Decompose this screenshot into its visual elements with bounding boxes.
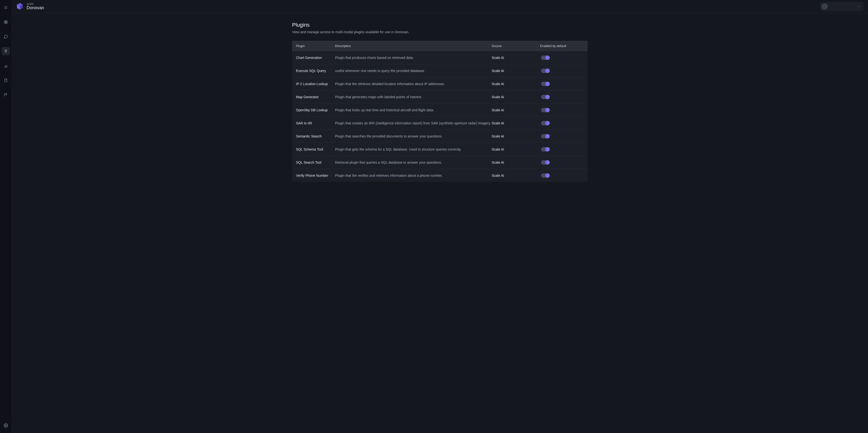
table-row: IP 2 Location LookupPlugin that the retr… — [292, 77, 588, 90]
menu-toggle-button[interactable] — [2, 3, 10, 12]
toggle-knob-icon — [546, 121, 550, 125]
plugin-description: Plugin that generates maps with labeled … — [335, 95, 492, 99]
chat-icon — [4, 34, 8, 39]
plugin-enabled-cell — [540, 134, 584, 139]
enabled-toggle[interactable] — [541, 68, 550, 73]
document-icon — [4, 78, 8, 82]
chevron-down-icon — [857, 5, 860, 8]
enabled-toggle[interactable] — [541, 56, 550, 60]
plugin-name: SAR to IIR — [296, 121, 335, 125]
plugin-source: Scale AI — [492, 56, 540, 60]
enabled-toggle[interactable] — [541, 134, 550, 139]
plugin-name: Chart Generation — [296, 56, 335, 60]
enabled-toggle[interactable] — [541, 147, 550, 151]
toggle-knob-icon — [546, 134, 550, 139]
plugin-source: Scale AI — [492, 82, 540, 86]
toggle-knob-icon — [546, 173, 550, 178]
plugin-name: Map Generator — [296, 95, 335, 99]
table-header: Plugin Description Source Enabled by def… — [292, 41, 588, 51]
col-description: Description — [335, 44, 492, 48]
enabled-toggle[interactable] — [541, 160, 550, 165]
plugin-name: Execute SQL Query — [296, 69, 335, 73]
toggle-knob-icon — [546, 95, 550, 99]
gear-icon — [4, 423, 8, 428]
svg-point-4 — [5, 425, 6, 426]
grid-icon — [4, 20, 8, 24]
col-source: Source — [492, 44, 540, 48]
nav-dashboard-button[interactable] — [2, 18, 10, 26]
svg-rect-3 — [6, 22, 7, 24]
plugin-name: SQL Schema Tool — [296, 147, 335, 151]
plug-icon — [4, 49, 8, 53]
brand-home-link[interactable]: scale Donovan — [16, 2, 44, 10]
plugin-name: Verify Phone Number — [296, 174, 335, 177]
plugin-enabled-cell — [540, 56, 584, 60]
plugin-name: Semantic Search — [296, 134, 335, 138]
table-row: Chart GenerationPlugin that produces cha… — [292, 51, 588, 64]
plugin-source: Scale AI — [492, 69, 540, 73]
enabled-toggle[interactable] — [541, 95, 550, 99]
nav-analytics-button[interactable] — [2, 62, 10, 70]
flag-icon — [4, 93, 8, 97]
plugin-enabled-cell — [540, 173, 584, 178]
plugin-description: Plugin that looks up real time and histo… — [335, 108, 492, 112]
plugins-table: Plugin Description Source Enabled by def… — [292, 41, 588, 182]
toggle-knob-icon — [546, 82, 550, 86]
user-menu-button[interactable] — [820, 2, 864, 11]
plugin-enabled-cell — [540, 95, 584, 99]
plugin-name: OpenSky DB Lookup — [296, 108, 335, 112]
svg-rect-2 — [4, 22, 6, 24]
page-title: Plugins — [292, 22, 588, 28]
toggle-knob-icon — [546, 56, 550, 60]
plugin-description: Plugin that gets the schema for a SQL da… — [335, 147, 492, 151]
brand-logo-icon — [16, 2, 24, 10]
avatar — [822, 3, 828, 10]
toggle-knob-icon — [546, 160, 550, 165]
table-row: SQL Search ToolRetrieval plugin that que… — [292, 156, 588, 169]
plugin-description: useful whenever one needs to query the p… — [335, 69, 492, 73]
nav-settings-button[interactable] — [2, 421, 10, 430]
nav-plugins-button[interactable] — [2, 47, 10, 55]
plugin-enabled-cell — [540, 147, 584, 151]
svg-rect-1 — [6, 21, 7, 22]
plugin-source: Scale AI — [492, 134, 540, 138]
col-plugin: Plugin — [296, 44, 335, 48]
toggle-knob-icon — [546, 108, 550, 112]
table-row: SAR to IIRPlugin that creates an IRR (in… — [292, 116, 588, 129]
plugin-source: Scale AI — [492, 147, 540, 151]
plugin-enabled-cell — [540, 160, 584, 165]
plugin-enabled-cell — [540, 68, 584, 73]
plugin-enabled-cell — [540, 108, 584, 112]
brand-main: Donovan — [27, 6, 44, 10]
plugin-source: Scale AI — [492, 95, 540, 99]
plugin-name: SQL Search Tool — [296, 161, 335, 164]
toggle-knob-icon — [546, 147, 550, 151]
plugin-description: Plugin that the retrieves detailed locat… — [335, 82, 492, 86]
enabled-toggle[interactable] — [541, 173, 550, 178]
enabled-toggle[interactable] — [541, 108, 550, 112]
plugin-description: Plugin that the verifies and retrieves i… — [335, 174, 492, 177]
table-row: Execute SQL Queryuseful whenever one nee… — [292, 64, 588, 77]
plugin-name: IP 2 Location Lookup — [296, 82, 335, 86]
plugin-description: Plugin that creates an IRR (intelligence… — [335, 121, 492, 125]
table-row: Verify Phone NumberPlugin that the verif… — [292, 169, 588, 182]
table-row: Semantic SearchPlugin that searches the … — [292, 129, 588, 143]
table-row: Map GeneratorPlugin that generates maps … — [292, 90, 588, 103]
page-description: View and manage access to multi-modal pl… — [292, 30, 588, 34]
enabled-toggle[interactable] — [541, 121, 550, 125]
nav-flag-button[interactable] — [2, 91, 10, 99]
plugin-source: Scale AI — [492, 174, 540, 177]
topbar: scale Donovan — [11, 0, 868, 13]
plugin-source: Scale AI — [492, 161, 540, 164]
hamburger-icon — [4, 5, 8, 10]
nav-document-button[interactable] — [2, 76, 10, 84]
table-row: SQL Schema ToolPlugin that gets the sche… — [292, 143, 588, 156]
enabled-toggle[interactable] — [541, 82, 550, 86]
plugin-description: Plugin that produces charts based on ret… — [335, 56, 492, 60]
toggle-knob-icon — [546, 68, 550, 73]
plugin-enabled-cell — [540, 121, 584, 125]
chart-icon — [4, 63, 8, 68]
col-enabled: Enabled by default — [540, 44, 584, 48]
nav-chat-button[interactable] — [2, 32, 10, 41]
plugin-enabled-cell — [540, 82, 584, 86]
